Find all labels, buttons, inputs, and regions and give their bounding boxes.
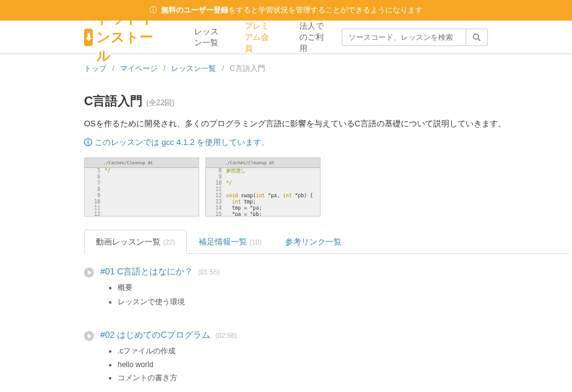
- tab-label: 動画レッスン一覧: [96, 237, 161, 246]
- lesson-point: 概要: [118, 282, 570, 293]
- lesson-title-link[interactable]: #01 C言語とはなにか？: [100, 266, 193, 276]
- env-text: このレッスンでは gcc 4.1.2 を使用しています。: [95, 138, 270, 147]
- lesson-point: レッスンで使う環境: [118, 297, 570, 307]
- logo[interactable]: ⬇ ドットインストール: [84, 9, 163, 65]
- tab-notes[interactable]: 補足情報一覧 (10): [187, 230, 273, 254]
- crumb-sep: /: [163, 64, 165, 73]
- crumb-sep: /: [222, 64, 223, 73]
- top-nav: ⬇ ドットインストール レッスン一覧 プレミアム会員 法人でのご利用: [0, 21, 572, 54]
- environment-note: このレッスンでは gcc 4.1.2 を使用しています。: [84, 137, 570, 148]
- lesson-item: #02 はじめてのCプログラム (02:58) .cファイルの作成 hello …: [84, 330, 570, 387]
- search-box: [342, 29, 488, 46]
- nav-premium[interactable]: プレミアム会員: [232, 9, 287, 65]
- lesson-point: .cファイルの作成: [118, 346, 570, 357]
- play-icon[interactable]: [84, 268, 94, 278]
- tab-count: (22): [163, 238, 176, 246]
- logo-icon: ⬇: [84, 29, 93, 46]
- page-title: C言語入門 (全22回): [84, 93, 570, 110]
- lesson-duration: (02:58): [215, 332, 237, 339]
- lesson-list: #01 C言語とはなにか？ (01:55) 概要 レッスンで使う環境 ⬇ 未完了…: [84, 254, 570, 387]
- lesson-point: hello world: [118, 360, 570, 369]
- tab-label: 参考リンク一覧: [285, 237, 342, 246]
- tab-videos[interactable]: 動画レッスン一覧 (22): [84, 230, 187, 254]
- crumb-sep: /: [112, 64, 114, 73]
- thumbnail-2[interactable]: ./Caches/Cleanup At Startup/Transmit/A 8…: [205, 157, 321, 217]
- crumb-lessons[interactable]: レッスン一覧: [171, 64, 216, 73]
- thumb-tab-path: ./Caches/Cleanup At Startup/Transmit/A: [206, 158, 320, 168]
- title-text: C言語入門: [84, 94, 143, 108]
- lesson-title-link[interactable]: #02 はじめてのCプログラム: [100, 330, 210, 340]
- crumb-current: C言語入門: [230, 64, 265, 73]
- search-icon: [472, 33, 481, 42]
- tab-count: (10): [250, 238, 262, 246]
- course-description: OSを作るために開発され、多くのプログラミング言語に影響を与えているC言語の基礎…: [84, 118, 570, 129]
- search-input[interactable]: [342, 29, 466, 46]
- nav-lessons[interactable]: レッスン一覧: [182, 15, 232, 60]
- lesson-item: #01 C言語とはなにか？ (01:55) 概要 レッスンで使う環境 ⬇ 未完了: [84, 266, 570, 311]
- thumbnail-1[interactable]: ./Caches/Cleanup At Startup/Transmit/A 5…: [84, 157, 199, 217]
- lesson-count: (全22回): [146, 98, 174, 107]
- tab-label: 補足情報一覧: [199, 237, 247, 246]
- thumbnails: ./Caches/Cleanup At Startup/Transmit/A 5…: [84, 157, 570, 217]
- lesson-duration: (01:55): [198, 268, 220, 276]
- play-icon[interactable]: [84, 331, 94, 341]
- search-button[interactable]: [466, 29, 488, 46]
- nav-business[interactable]: 法人でのご利用: [287, 9, 342, 65]
- crumb-mypage[interactable]: マイページ: [120, 64, 157, 73]
- crumb-top[interactable]: トップ: [84, 64, 106, 73]
- logo-text: ドットインストール: [96, 9, 162, 65]
- content-tabs: 動画レッスン一覧 (22) 補足情報一覧 (10) 参考リンク一覧: [84, 229, 570, 254]
- banner-highlight: 無料のユーザー登録: [161, 6, 228, 14]
- breadcrumb: トップ / マイページ / レッスン一覧 / C言語入門: [84, 63, 570, 74]
- lesson-point: コメントの書き方: [118, 373, 570, 383]
- thumb-tab-path: ./Caches/Cleanup At Startup/Transmit/A: [85, 158, 199, 168]
- info-icon: [84, 138, 95, 147]
- tab-links[interactable]: 参考リンク一覧: [273, 230, 354, 254]
